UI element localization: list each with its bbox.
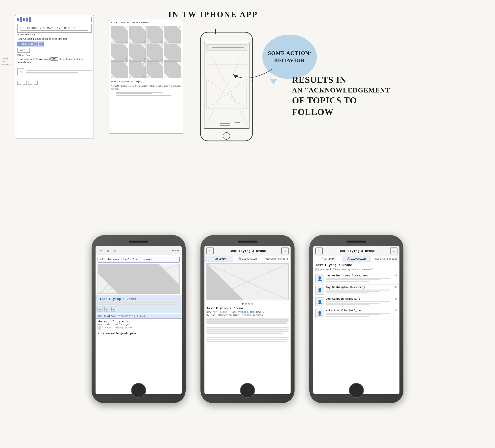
results-line-3: OF TOPICS TO [292,95,390,106]
source-url-p3[interactable]: www.nytimes.com/news/. [342,268,374,271]
article-text-5 [206,329,289,330]
comment-avatar: 👤 [315,297,324,306]
source-url-p2[interactable]: www.nytimes.com/news/. [232,311,264,314]
share-icon-3[interactable]: ▲ [111,307,116,312]
comment-time: 6h [395,298,397,300]
results-line-1: Results in [292,74,390,86]
back-button-p1[interactable]: ← [99,248,103,253]
svg-line-20 [147,62,163,78]
article-text-7 [206,333,283,334]
tag-icon-1 [34,42,37,46]
photo-cell: 3 [111,44,128,61]
tab-article-p2[interactable]: 📄 Article [204,256,233,262]
share-button-p3[interactable]: ↗ [390,247,397,254]
phone-3-screen: ← Test Flying a Drone ↗ 📄 Article 💬 [313,246,399,394]
page: IN TW iPHONE APP ↓ designinfofollows → 8… [0,0,495,448]
share-icon-2[interactable]: ▲ [104,307,109,312]
tab-discussion-label: Discussion [242,258,257,260]
search-text: All the news that's fit to tweet [100,258,152,261]
photo-cell: 4 [147,61,164,78]
checkbox-row [15,80,94,86]
link-item-2[interactable]: Tiny Hackable Quadcopter [96,331,182,336]
comment-header: Ray Washington @washeray 14h [326,286,397,289]
bar-icon-2 [20,17,22,22]
comment-line-3 [326,304,369,305]
top-sketch-section: IN TW iPHONE APP ↓ designinfofollows → 8… [0,0,495,193]
tab-discussion-p3[interactable]: 💬 Discussion [342,256,371,262]
tab-recommendations-p2[interactable]: ♡ Recommendations [262,256,291,262]
comment-line-2 [326,303,380,304]
back-arrow-icon-p3: ← [318,249,320,253]
svg-line-15 [164,44,181,60]
article-text-8 [206,337,289,338]
svg-line-9 [111,44,128,60]
photo-cell [164,44,181,61]
star-button-p1[interactable]: ★ [112,248,117,253]
article-text-6 [206,331,289,332]
tweet-avatar [111,92,115,96]
share-icon-p3: ↗ [393,249,395,253]
refresh-button-p1[interactable]: ↺ [105,248,110,253]
svg-line-17 [111,62,128,78]
svg-line-16 [111,62,128,78]
politics-tag[interactable]: POLITICS [17,42,44,46]
svg-text:→: → [250,79,252,83]
svg-line-11 [129,44,146,60]
tab-discussion-label-p3: Discussion [351,258,366,260]
article-tab-icon-p3: 📄 [321,257,323,260]
comment-item: 👤 Jen Sampson @missuz_s 6h [313,296,399,308]
source-logo-1 [98,326,101,330]
photo-cell: 11 [164,26,181,43]
comment-header: Catherine Jones @catyjones 6h [326,274,397,277]
iphone-sketch-drawing: → [196,30,260,143]
speech-bubble-text: SOME ACTION/ BEHAVIOR [262,50,317,64]
results-line-2: AN "ACKNOWLEDGEMENT [292,86,390,95]
tab-article-p3[interactable]: 📄 Article [313,256,342,262]
comment-time: 14h [393,286,397,289]
photo-cell: 11 [129,61,146,78]
page-dot-3 [248,303,250,305]
link-item-1[interactable]: The Art of Listening www.fastco.com/desi… [96,319,182,331]
back-button-p2[interactable]: ← [206,247,214,254]
link1-title: The Art of Listening [98,320,180,323]
share-button-p2[interactable]: ↗ [281,247,289,254]
tag-label: POLITICS [20,43,33,45]
source-icon-p3 [315,268,319,271]
page-dot-4 [251,303,253,305]
phone1-search-bar[interactable]: All the news that's fit to tweet [98,257,180,263]
tab-article-label-p3: Article [324,258,335,260]
comment-line-2 [326,291,380,292]
svg-line-1 [111,26,128,43]
comment-item: 👤 Catherine Jones @catyjones 6h [313,273,399,285]
back-button-p3[interactable]: ← [315,247,323,254]
commenter-name: Jen Sampson @missuz_s [326,297,360,300]
link1-url[interactable]: www.fastco.com/design.. [98,323,180,326]
tab-article-label: Article [215,258,226,260]
back-arrow-icon: ← [209,249,211,253]
share-icon-1[interactable]: ▲ [98,307,102,312]
article-line-2 [99,304,176,305]
speech-bubble: SOME ACTION/ BEHAVIOR [262,35,317,79]
comment-header: Mike Franklin @mkf_nyc 14h [326,309,397,312]
camera-icon [85,17,92,22]
comment-time: 6h [395,274,397,277]
checkbox-1 [17,81,21,85]
svg-line-6 [164,26,181,43]
time-label-1: From 5 Hours Ago [15,33,94,36]
art-tag[interactable]: ART [17,48,30,53]
article-text-2 [206,320,289,322]
tab-discussion-p2[interactable]: 💬 Discussion [233,256,262,262]
svg-rect-32 [235,122,240,126]
comment-item: 👤 Ray Washington @washeray 14h [313,285,399,296]
comment-line-1 [326,301,390,302]
topic-text: TOPICS Being talked about on your time l… [15,36,94,41]
tab-recommendations-p3[interactable]: ♡ Recommendations [371,256,399,262]
comment-line-1 [326,313,390,314]
svg-line-23 [164,62,181,78]
nav-dot-3 [177,250,179,251]
comment-content: Ray Washington @washeray 14h [326,286,397,295]
checkbox-4 [34,81,38,85]
article-text-4 [206,327,289,328]
photo-cell [164,61,181,78]
article-header-title-p3: Test Flying a Drone [315,263,397,267]
